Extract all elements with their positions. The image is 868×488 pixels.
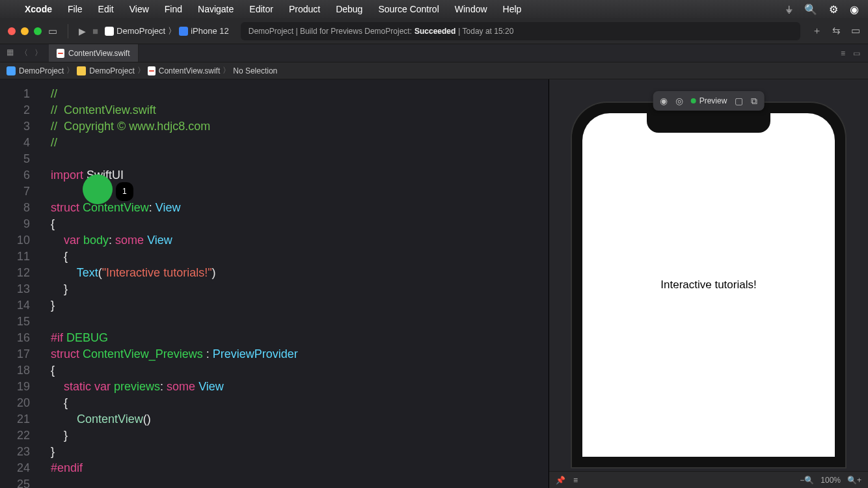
workspace: 1 12345678910111213141516171819202122232… xyxy=(0,79,868,488)
crumb-selection[interactable]: No Selection xyxy=(233,66,277,75)
code-editor[interactable]: 1 12345678910111213141516171819202122232… xyxy=(0,79,549,488)
user-icon[interactable]: ◉ xyxy=(850,3,859,16)
close-button[interactable] xyxy=(8,27,16,35)
inspect-icon[interactable]: ◎ xyxy=(675,96,683,106)
tab-label: ContentView.swift xyxy=(68,49,130,58)
xcode-toolbar: ▭ ▶ ■ DemoProject 〉 iPhone 12 DemoProjec… xyxy=(0,18,868,44)
duplicate-preview-icon[interactable]: ⧉ xyxy=(751,96,757,107)
status-prefix: DemoProject | Build for Previews DemoPro… xyxy=(249,27,412,36)
chevron-right-icon: 〉 xyxy=(223,65,230,76)
menu-help[interactable]: Help xyxy=(503,4,522,14)
device-notch xyxy=(647,113,770,133)
recording-cursor-icon xyxy=(83,174,113,204)
preview-text-label: Interactive tutorials! xyxy=(660,278,756,291)
status-dot-icon xyxy=(691,98,696,103)
menu-edit[interactable]: Edit xyxy=(98,4,114,14)
zoom-level[interactable]: 100% xyxy=(821,476,841,485)
adjust-canvas-icon[interactable]: ≡ xyxy=(573,476,578,485)
phone-frame-wrap: Interactive tutorials! xyxy=(549,79,868,471)
code-body[interactable]: // // ContentView.swift // Copyright © w… xyxy=(51,86,298,488)
menu-debug[interactable]: Debug xyxy=(336,4,362,14)
menu-view[interactable]: View xyxy=(129,4,149,14)
back-icon[interactable]: 〈 xyxy=(20,47,28,59)
toggle-navigator-icon[interactable]: ▭ xyxy=(48,25,57,37)
chevron-right-icon: 〉 xyxy=(137,65,145,76)
crumb-folder[interactable]: DemoProject xyxy=(77,66,134,75)
device-screen[interactable]: Interactive tutorials! xyxy=(582,113,835,457)
crumb-file[interactable]: ContentView.swift xyxy=(148,66,221,75)
device-frame: Interactive tutorials! xyxy=(572,103,845,467)
preview-mode-button[interactable]: Preview xyxy=(691,96,727,105)
forward-icon[interactable]: 〉 xyxy=(34,47,42,59)
activity-viewer[interactable]: DemoProject | Build for Previews DemoPro… xyxy=(241,22,800,40)
device-settings-icon[interactable]: ▢ xyxy=(735,96,743,106)
add-icon[interactable]: ＋ xyxy=(812,25,822,37)
preview-canvas: ◉ ◎ Preview ▢ ⧉ Interactive tutorials! 📌… xyxy=(549,79,868,488)
preview-toolbar: ◉ ◎ Preview ▢ ⧉ xyxy=(653,91,765,111)
minimap-icon[interactable]: ≡ xyxy=(841,49,845,58)
zoom-out-icon[interactable]: −🔍 xyxy=(800,476,814,485)
status-result: Succeeded xyxy=(414,27,455,36)
crumb-project[interactable]: DemoProject xyxy=(7,66,64,75)
chevron-right-icon: 〉 xyxy=(168,25,176,37)
code-review-icon[interactable]: ⇆ xyxy=(832,25,841,37)
scheme-selector[interactable]: DemoProject 〉 iPhone 12 xyxy=(105,25,229,37)
adjust-editor-icon[interactable]: ▭ xyxy=(853,49,860,58)
scheme-device-label: iPhone 12 xyxy=(191,26,229,36)
menu-file[interactable]: File xyxy=(68,4,83,14)
toggle-inspector-icon[interactable]: ▭ xyxy=(851,25,860,37)
scheme-project-label: DemoProject xyxy=(116,26,165,36)
zoom-in-icon[interactable]: 🔍+ xyxy=(847,476,861,485)
spotlight-icon[interactable]: 🔍 xyxy=(804,3,817,16)
menu-window[interactable]: Window xyxy=(455,4,487,14)
pin-icon[interactable]: 📌 xyxy=(556,476,565,485)
zoom-button[interactable] xyxy=(34,27,42,35)
preview-bottom-bar: 📌 ≡ −🔍 100% 🔍+ xyxy=(549,471,868,488)
cursor-badge: 1 xyxy=(116,182,133,201)
device-icon xyxy=(179,27,188,36)
jump-bar: DemoProject 〉 DemoProject 〉 ContentView.… xyxy=(0,62,868,79)
chevron-right-icon: 〉 xyxy=(66,65,74,76)
separator xyxy=(68,24,68,38)
run-button[interactable]: ▶ xyxy=(79,26,86,36)
app-menu[interactable]: Xcode xyxy=(25,4,52,14)
stop-button[interactable]: ■ xyxy=(92,25,98,36)
tab-bar: ▦ 〈 〉 ContentView.swift ≡ ▭ xyxy=(0,44,868,62)
tab-contentview[interactable]: ContentView.swift xyxy=(49,44,139,62)
menu-find[interactable]: Find xyxy=(165,4,182,14)
minimize-button[interactable] xyxy=(21,27,29,35)
window-controls xyxy=(8,27,42,35)
macos-menubar: Xcode File Edit View Find Navigate Edito… xyxy=(0,0,868,18)
swift-file-icon xyxy=(148,66,156,75)
line-gutter: 1234567891011121314151617181920212223242… xyxy=(0,86,39,488)
menu-product[interactable]: Product xyxy=(289,4,320,14)
status-time: | Today at 15:20 xyxy=(458,27,513,36)
menu-source-control[interactable]: Source Control xyxy=(378,4,439,14)
menu-navigate[interactable]: Navigate xyxy=(198,4,234,14)
swift-file-icon xyxy=(57,49,64,58)
folder-icon xyxy=(77,66,86,75)
related-items-icon[interactable]: ▦ xyxy=(7,47,14,59)
wifi-icon[interactable]: ⏚ xyxy=(786,3,793,15)
app-icon xyxy=(105,27,114,36)
menu-editor[interactable]: Editor xyxy=(249,4,273,14)
control-center-icon[interactable]: ⚙︎ xyxy=(829,3,838,16)
project-icon xyxy=(7,66,16,75)
live-preview-icon[interactable]: ◉ xyxy=(660,96,668,106)
